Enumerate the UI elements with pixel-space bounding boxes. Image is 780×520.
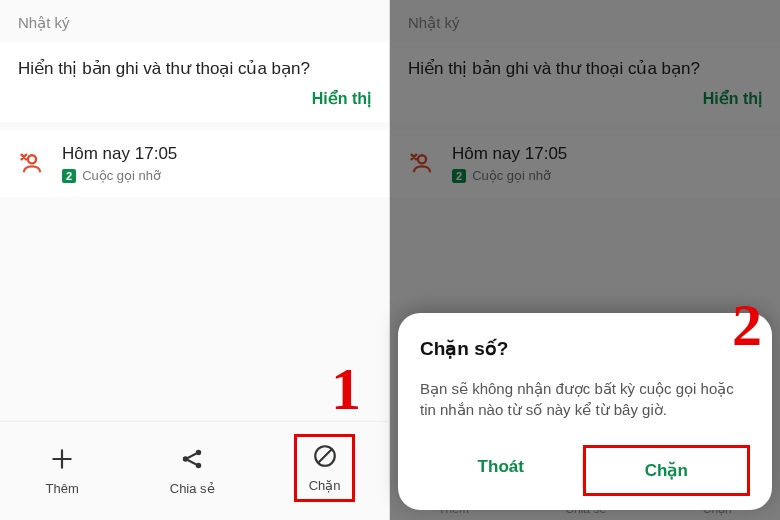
block-dialog: Chặn số? Bạn sẽ không nhận được bất kỳ c… (398, 313, 772, 511)
add-button[interactable]: Thêm (34, 440, 91, 502)
annotation-1: 1 (331, 355, 361, 424)
dialog-cancel-button[interactable]: Thoát (420, 445, 582, 496)
call-time: Hôm nay 17:05 (62, 144, 371, 164)
share-button[interactable]: Chia sẻ (158, 440, 227, 502)
share-icon (179, 446, 205, 475)
block-button[interactable]: Chặn (294, 434, 356, 502)
annotation-2: 2 (732, 291, 762, 360)
panel-step-2: Nhật ký Hiển thị bản ghi và thư thoại củ… (390, 0, 780, 520)
panel-content: Nhật ký Hiển thị bản ghi và thư thoại củ… (0, 0, 389, 520)
show-link[interactable]: Hiển thị (18, 89, 371, 108)
share-label: Chia sẻ (170, 481, 215, 496)
missed-line: 2 Cuộc gọi nhỡ (62, 168, 371, 183)
dialog-title: Chặn số? (420, 337, 750, 360)
missed-call-icon (18, 150, 46, 178)
svg-point-0 (28, 155, 36, 163)
prompt-text: Hiển thị bản ghi và thư thoại của bạn? (18, 58, 371, 79)
bottom-actions: Thêm Chia sẻ Chặn (0, 421, 389, 520)
dialog-confirm-button[interactable]: Chặn (583, 445, 751, 496)
section-title: Nhật ký (0, 0, 389, 42)
panel-step-1: Nhật ký Hiển thị bản ghi và thư thoại củ… (0, 0, 390, 520)
dialog-actions: Thoát Chặn (420, 445, 750, 496)
missed-label: Cuộc gọi nhỡ (82, 168, 161, 183)
call-meta: Hôm nay 17:05 2 Cuộc gọi nhỡ (62, 144, 371, 183)
prompt-card: Hiển thị bản ghi và thư thoại của bạn? H… (0, 42, 389, 122)
call-log-item[interactable]: Hôm nay 17:05 2 Cuộc gọi nhỡ (0, 130, 389, 197)
missed-count-badge: 2 (62, 169, 76, 183)
dialog-body: Bạn sẽ không nhận được bất kỳ cuộc gọi h… (420, 378, 750, 422)
block-icon (312, 443, 338, 472)
plus-icon (49, 446, 75, 475)
block-label: Chặn (309, 478, 341, 493)
add-label: Thêm (46, 481, 79, 496)
